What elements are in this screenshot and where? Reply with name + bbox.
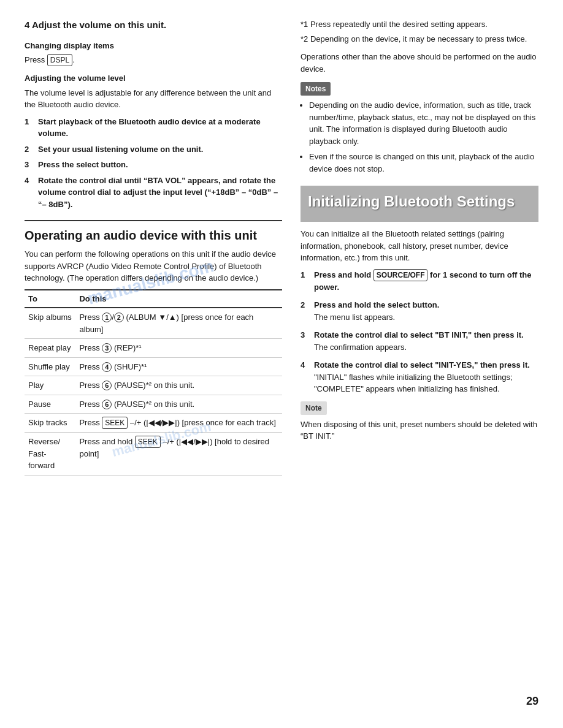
footnote-1: *1 Press repeatedly until the desired se… <box>301 18 538 31</box>
section-divider-1 <box>25 220 282 221</box>
source-off-kbd: SOURCE/OFF <box>373 269 428 281</box>
row-do: Press and hold SEEK –/+ (|◀◀/▶▶|) [hold … <box>75 433 282 476</box>
table-row: Repeat play Press 3 (REP)*¹ <box>25 339 282 358</box>
col-to: To <box>25 290 75 308</box>
table-row: Skip tracks Press SEEK –/+ (|◀◀/▶▶|) [pr… <box>25 414 282 433</box>
step-2: 2 Set your usual listening volume on the… <box>25 143 282 156</box>
row-to: Pause <box>25 395 75 414</box>
left-column: 4 Adjust the volume on this unit. Changi… <box>25 18 282 482</box>
note-item-1: Depending on the audio device, informati… <box>309 99 538 147</box>
adjusting-volume-title: Adjusting the volume level <box>25 72 282 85</box>
operations-table: To Do this Skip albums Press 1/2 (ALBUM … <box>25 289 282 476</box>
row-to: Shuffle play <box>25 357 75 376</box>
table-row: Shuffle play Press 4 (SHUF)*¹ <box>25 357 282 376</box>
row-do: Press 3 (REP)*¹ <box>75 339 282 358</box>
init-title-bg: Initializing Bluetooth Settings <box>301 186 538 222</box>
changing-display-body: Press DSPL. <box>25 54 282 66</box>
row-do: Press 1/2 (ALBUM ▼/▲) [press once for ea… <box>75 308 282 339</box>
circle-2: 2 <box>114 313 124 322</box>
volume-steps: 1 Start playback of the Bluetooth audio … <box>25 116 282 211</box>
adjusting-volume-section: Adjusting the volume level The volume le… <box>25 72 282 210</box>
init-step-2: 2 Press and hold the select button. The … <box>301 299 538 323</box>
changing-display-section: Changing display items Press DSPL. <box>25 40 282 67</box>
row-do: Press 6 (PAUSE)*² on this unit. <box>75 395 282 414</box>
operating-section: Operating an audio device with this unit… <box>25 227 282 476</box>
init-steps: 1 Press and hold SOURCE/OFF for 1 second… <box>301 269 538 395</box>
table-row: Skip albums Press 1/2 (ALBUM ▼/▲) [press… <box>25 308 282 339</box>
circle-4: 4 <box>102 362 112 372</box>
circle-3: 3 <box>102 343 112 353</box>
step-3: 3 Press the select button. <box>25 159 282 171</box>
init-note-section: Note When disposing of this unit, preset… <box>301 401 538 442</box>
top-heading: 4 Adjust the volume on this unit. <box>25 18 282 32</box>
row-to: Skip albums <box>25 308 75 339</box>
seek-kbd: SEEK <box>102 417 128 429</box>
table-row: Reverse/Fast-forward Press and hold SEEK… <box>25 433 282 476</box>
dspl-kbd: DSPL <box>47 54 72 66</box>
page-number: 29 <box>526 693 538 710</box>
row-to: Play <box>25 376 75 395</box>
init-step-4: 4 Rotate the control dial to select "INI… <box>301 359 538 395</box>
operations-note: Operations other than the above should b… <box>301 51 538 75</box>
changing-display-title: Changing display items <box>25 40 282 52</box>
operating-desc: You can perform the following operations… <box>25 248 282 284</box>
row-to: Repeat play <box>25 339 75 358</box>
step-4: 4 Rotate the control dial until “BTA VOL… <box>25 175 282 211</box>
step-1: 1 Start playback of the Bluetooth audio … <box>25 116 282 140</box>
table-row: Pause Press 6 (PAUSE)*² on this unit. <box>25 395 282 414</box>
notes-list: Depending on the audio device, informati… <box>301 99 538 175</box>
footnote-2: *2 Depending on the device, it may be ne… <box>301 33 538 45</box>
operating-title: Operating an audio device with this unit <box>25 227 282 243</box>
init-step-3: 3 Rotate the control dial to select "BT … <box>301 329 538 353</box>
note-item-2: Even if the source is changed on this un… <box>309 151 538 175</box>
adjusting-volume-desc: The volume level is adjustable for any d… <box>25 87 282 111</box>
row-do: Press 4 (SHUF)*¹ <box>75 357 282 376</box>
notes-label: Notes <box>301 82 331 96</box>
row-do: Press 6 (PAUSE)*² on this unit. <box>75 376 282 395</box>
init-section: Initializing Bluetooth Settings You can … <box>301 186 538 442</box>
table-row: Play Press 6 (PAUSE)*² on this unit. <box>25 376 282 395</box>
init-step-1: 1 Press and hold SOURCE/OFF for 1 second… <box>301 269 538 294</box>
right-column: *1 Press repeatedly until the desired se… <box>301 18 538 482</box>
note-label: Note <box>301 401 327 415</box>
row-to: Skip tracks <box>25 414 75 433</box>
circle-5: 6 <box>102 381 112 390</box>
seek-kbd-2: SEEK <box>135 436 161 448</box>
col-do: Do this <box>75 290 282 308</box>
circle-1: 1 <box>102 313 112 322</box>
notes-section: Notes Depending on the audio device, inf… <box>301 82 538 175</box>
note-text: When disposing of this unit, preset numb… <box>301 419 538 442</box>
row-to: Reverse/Fast-forward <box>25 433 75 476</box>
circle-6: 6 <box>102 400 112 409</box>
row-do: Press SEEK –/+ (|◀◀/▶▶|) [press once for… <box>75 414 282 433</box>
init-title: Initializing Bluetooth Settings <box>308 192 531 211</box>
init-desc: You can initialize all the Bluetooth rel… <box>301 228 538 264</box>
